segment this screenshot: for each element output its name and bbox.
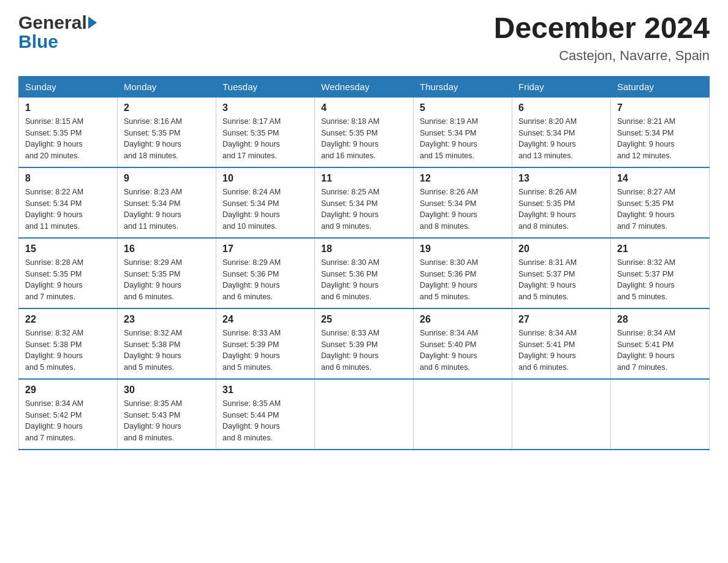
day-number: 22 [25,314,111,325]
calendar-cell: 18Sunrise: 8:30 AMSunset: 5:36 PMDayligh… [315,238,414,308]
day-header-monday: Monday [118,76,216,97]
calendar-cell: 1Sunrise: 8:15 AMSunset: 5:35 PMDaylight… [19,97,118,167]
calendar-cell: 10Sunrise: 8:24 AMSunset: 5:34 PMDayligh… [216,167,315,238]
day-info: Sunrise: 8:31 AMSunset: 5:37 PMDaylight:… [518,257,604,303]
day-number: 29 [25,385,111,396]
day-info: Sunrise: 8:23 AMSunset: 5:34 PMDaylight:… [124,186,210,232]
day-number: 10 [222,173,308,184]
calendar-cell: 17Sunrise: 8:29 AMSunset: 5:36 PMDayligh… [216,238,315,308]
day-info: Sunrise: 8:32 AMSunset: 5:38 PMDaylight:… [124,327,210,373]
day-info: Sunrise: 8:34 AMSunset: 5:40 PMDaylight:… [420,327,506,373]
day-number: 8 [25,173,111,184]
day-number: 24 [222,314,308,325]
day-number: 12 [420,173,506,184]
day-number: 28 [617,314,703,325]
calendar-cell: 9Sunrise: 8:23 AMSunset: 5:34 PMDaylight… [118,167,216,238]
calendar-cell: 4Sunrise: 8:18 AMSunset: 5:35 PMDaylight… [315,97,414,167]
calendar-cell: 16Sunrise: 8:29 AMSunset: 5:35 PMDayligh… [118,238,216,308]
calendar-cell: 2Sunrise: 8:16 AMSunset: 5:35 PMDaylight… [118,97,216,167]
day-info: Sunrise: 8:15 AMSunset: 5:35 PMDaylight:… [25,116,111,162]
day-number: 4 [321,102,407,113]
calendar-cell [512,379,611,450]
calendar-cell: 22Sunrise: 8:32 AMSunset: 5:38 PMDayligh… [19,308,118,379]
calendar-week-row: 29Sunrise: 8:34 AMSunset: 5:42 PMDayligh… [19,379,710,450]
day-info: Sunrise: 8:34 AMSunset: 5:41 PMDaylight:… [617,327,703,373]
calendar-cell: 29Sunrise: 8:34 AMSunset: 5:42 PMDayligh… [19,379,118,450]
day-info: Sunrise: 8:27 AMSunset: 5:35 PMDaylight:… [617,186,703,232]
day-number: 30 [124,385,210,396]
logo-blue: Blue [18,33,97,51]
day-info: Sunrise: 8:22 AMSunset: 5:34 PMDaylight:… [25,186,111,232]
calendar-cell: 12Sunrise: 8:26 AMSunset: 5:34 PMDayligh… [414,167,512,238]
day-number: 20 [518,243,604,255]
day-number: 1 [25,102,111,113]
day-info: Sunrise: 8:24 AMSunset: 5:34 PMDaylight:… [222,186,308,232]
calendar-cell: 6Sunrise: 8:20 AMSunset: 5:34 PMDaylight… [512,97,611,167]
logo-general: General [18,12,87,33]
day-info: Sunrise: 8:26 AMSunset: 5:35 PMDaylight:… [518,186,604,232]
page-header: General Blue December 2024 Castejon, Nav… [18,12,710,64]
day-info: Sunrise: 8:35 AMSunset: 5:43 PMDaylight:… [124,398,210,444]
calendar-week-row: 1Sunrise: 8:15 AMSunset: 5:35 PMDaylight… [19,97,710,167]
calendar-cell: 14Sunrise: 8:27 AMSunset: 5:35 PMDayligh… [611,167,710,238]
day-number: 27 [518,314,604,325]
day-info: Sunrise: 8:33 AMSunset: 5:39 PMDaylight:… [321,327,407,373]
day-number: 19 [420,243,506,255]
day-header-saturday: Saturday [611,76,710,97]
day-number: 15 [25,243,111,255]
calendar-cell: 27Sunrise: 8:34 AMSunset: 5:41 PMDayligh… [512,308,611,379]
title-section: December 2024 Castejon, Navarre, Spain [494,12,710,64]
calendar-week-row: 22Sunrise: 8:32 AMSunset: 5:38 PMDayligh… [19,308,710,379]
day-number: 18 [321,243,407,255]
day-number: 31 [222,385,308,396]
calendar-cell: 21Sunrise: 8:32 AMSunset: 5:37 PMDayligh… [611,238,710,308]
day-number: 9 [124,173,210,184]
logo: General Blue [18,12,97,51]
day-info: Sunrise: 8:18 AMSunset: 5:35 PMDaylight:… [321,116,407,162]
day-info: Sunrise: 8:28 AMSunset: 5:35 PMDaylight:… [25,257,111,303]
day-number: 7 [617,102,703,113]
calendar-cell: 15Sunrise: 8:28 AMSunset: 5:35 PMDayligh… [19,238,118,308]
calendar-table: SundayMondayTuesdayWednesdayThursdayFrid… [18,76,710,450]
day-info: Sunrise: 8:32 AMSunset: 5:38 PMDaylight:… [25,327,111,373]
day-info: Sunrise: 8:30 AMSunset: 5:36 PMDaylight:… [420,257,506,303]
day-header-thursday: Thursday [414,76,512,97]
calendar-cell: 19Sunrise: 8:30 AMSunset: 5:36 PMDayligh… [414,238,512,308]
calendar-cell: 8Sunrise: 8:22 AMSunset: 5:34 PMDaylight… [19,167,118,238]
day-info: Sunrise: 8:17 AMSunset: 5:35 PMDaylight:… [222,116,308,162]
calendar-cell: 5Sunrise: 8:19 AMSunset: 5:34 PMDaylight… [414,97,512,167]
calendar-cell: 24Sunrise: 8:33 AMSunset: 5:39 PMDayligh… [216,308,315,379]
day-info: Sunrise: 8:33 AMSunset: 5:39 PMDaylight:… [222,327,308,373]
day-number: 11 [321,173,407,184]
day-info: Sunrise: 8:16 AMSunset: 5:35 PMDaylight:… [124,116,210,162]
calendar-cell: 25Sunrise: 8:33 AMSunset: 5:39 PMDayligh… [315,308,414,379]
calendar-cell: 28Sunrise: 8:34 AMSunset: 5:41 PMDayligh… [611,308,710,379]
calendar-cell: 23Sunrise: 8:32 AMSunset: 5:38 PMDayligh… [118,308,216,379]
calendar-cell: 26Sunrise: 8:34 AMSunset: 5:40 PMDayligh… [414,308,512,379]
day-number: 17 [222,243,308,255]
day-info: Sunrise: 8:32 AMSunset: 5:37 PMDaylight:… [617,257,703,303]
day-header-tuesday: Tuesday [216,76,315,97]
location: Castejon, Navarre, Spain [494,48,710,64]
calendar-week-row: 8Sunrise: 8:22 AMSunset: 5:34 PMDaylight… [19,167,710,238]
day-info: Sunrise: 8:19 AMSunset: 5:34 PMDaylight:… [420,116,506,162]
day-info: Sunrise: 8:25 AMSunset: 5:34 PMDaylight:… [321,186,407,232]
calendar-cell: 11Sunrise: 8:25 AMSunset: 5:34 PMDayligh… [315,167,414,238]
calendar-cell: 20Sunrise: 8:31 AMSunset: 5:37 PMDayligh… [512,238,611,308]
calendar-cell: 13Sunrise: 8:26 AMSunset: 5:35 PMDayligh… [512,167,611,238]
day-info: Sunrise: 8:35 AMSunset: 5:44 PMDaylight:… [222,398,308,444]
day-info: Sunrise: 8:34 AMSunset: 5:42 PMDaylight:… [25,398,111,444]
day-number: 16 [124,243,210,255]
calendar-week-row: 15Sunrise: 8:28 AMSunset: 5:35 PMDayligh… [19,238,710,308]
day-info: Sunrise: 8:21 AMSunset: 5:34 PMDaylight:… [617,116,703,162]
day-info: Sunrise: 8:30 AMSunset: 5:36 PMDaylight:… [321,257,407,303]
logo-arrow-icon [88,17,97,29]
day-number: 23 [124,314,210,325]
day-header-wednesday: Wednesday [315,76,414,97]
day-info: Sunrise: 8:26 AMSunset: 5:34 PMDaylight:… [420,186,506,232]
day-number: 6 [518,102,604,113]
calendar-cell: 3Sunrise: 8:17 AMSunset: 5:35 PMDaylight… [216,97,315,167]
calendar-cell [611,379,710,450]
day-header-sunday: Sunday [19,76,118,97]
day-header-friday: Friday [512,76,611,97]
